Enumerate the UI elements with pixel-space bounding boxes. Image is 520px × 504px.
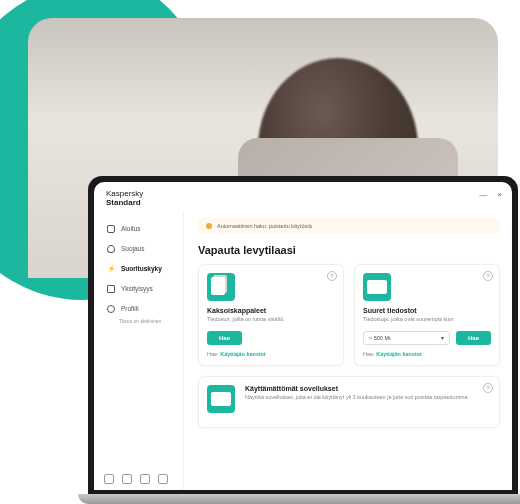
sidebar-item-suojaus[interactable]: Suojaus: [104, 240, 177, 258]
card-desc: Tiedostoja, jotka ovat suurempia kuin: [363, 316, 491, 323]
sidebar-item-label: Aloitus: [121, 225, 141, 232]
close-button[interactable]: ×: [497, 190, 502, 199]
help-icon[interactable]: ?: [483, 271, 493, 281]
card-large-files: ? Suuret tiedostot Tiedostoja, jotka ova…: [354, 264, 500, 366]
bottom-tray: [104, 466, 177, 484]
laptop-base: [78, 494, 520, 504]
window-controls: — ×: [479, 190, 502, 199]
page-title: Vapauta levytilaasi: [198, 244, 500, 256]
large-files-icon: [363, 273, 391, 301]
help-icon[interactable]: ?: [327, 271, 337, 281]
app-title: Kaspersky Standard: [106, 190, 143, 208]
tray-icon-2[interactable]: [122, 474, 132, 484]
body-area: Aloitus Suojaus Suorituskyky Yksityisyys…: [94, 212, 512, 490]
footer-prefix: Hae:: [363, 351, 375, 357]
sidebar-item-label: Suojaus: [121, 245, 145, 252]
app-window: Kaspersky Standard — × Aloitus Suojaus S…: [94, 182, 512, 490]
card-unused-apps: ? Käyttämättömät sovellukset Näyttää sov…: [198, 376, 500, 428]
card-desc: Näyttää sovellukset, joita et ole käyttä…: [245, 394, 491, 401]
select-value: > 500 Mt: [369, 335, 391, 341]
folder-link[interactable]: Käyttäjän kansiot: [220, 351, 266, 357]
gear-icon[interactable]: [140, 474, 150, 484]
card-desc: Tiedostot, joilla on sama sisältö.: [207, 316, 335, 323]
size-select[interactable]: > 500 Mt ▾: [363, 331, 450, 345]
unused-apps-icon: [207, 385, 235, 413]
cards-row: ? Kaksoiskappaleet Tiedostot, joilla on …: [198, 264, 500, 366]
card-title: Kaksoiskappaleet: [207, 307, 335, 314]
warning-icon: [206, 223, 212, 229]
titlebar: Kaspersky Standard — ×: [94, 182, 512, 212]
profile-status: Tilaus on aktiivinen: [119, 318, 177, 324]
headset-icon[interactable]: [158, 474, 168, 484]
main-content: Automaattinen haku: poistettu käytöstä V…: [184, 212, 512, 490]
sidebar-item-aloitus[interactable]: Aloitus: [104, 220, 177, 238]
home-icon: [106, 224, 116, 234]
card-duplicates: ? Kaksoiskappaleet Tiedostot, joilla on …: [198, 264, 344, 366]
card-title: Käyttämättömät sovellukset: [245, 385, 491, 392]
card-content: Käyttämättömät sovellukset Näyttää sovel…: [245, 385, 491, 409]
sidebar-item-label: Suorituskyky: [121, 265, 162, 272]
banner-text: Automaattinen haku: poistettu käytöstä: [217, 223, 312, 229]
shield-icon: [106, 244, 116, 254]
minimize-button[interactable]: —: [479, 190, 487, 199]
sidebar-item-profiili[interactable]: Profiili: [104, 300, 177, 318]
help-icon[interactable]: ?: [483, 383, 493, 393]
card-footer: Hae: Käyttäjän kansiot: [363, 351, 491, 357]
tray-icon-1[interactable]: [104, 474, 114, 484]
bolt-icon: [106, 264, 116, 274]
card-footer: Hae: Käyttäjän kansiot: [207, 351, 335, 357]
scan-button[interactable]: Hae: [207, 331, 242, 345]
sidebar-item-label: Profiili: [121, 305, 139, 312]
lock-icon: [106, 284, 116, 294]
scan-button[interactable]: Hae: [456, 331, 491, 345]
sidebar-item-yksityisyys[interactable]: Yksityisyys: [104, 280, 177, 298]
user-icon: [106, 304, 116, 314]
chevron-down-icon: ▾: [441, 335, 444, 341]
sidebar: Aloitus Suojaus Suorituskyky Yksityisyys…: [94, 212, 184, 490]
size-row: > 500 Mt ▾ Hae: [363, 331, 491, 345]
footer-prefix: Hae:: [207, 351, 219, 357]
folder-link[interactable]: Käyttäjän kansiot: [376, 351, 422, 357]
product-name: Standard: [106, 199, 143, 208]
card-title: Suuret tiedostot: [363, 307, 491, 314]
duplicates-icon: [207, 273, 235, 301]
sidebar-item-suorituskyky[interactable]: Suorituskyky: [104, 260, 177, 278]
info-banner: Automaattinen haku: poistettu käytöstä: [198, 218, 500, 234]
sidebar-item-label: Yksityisyys: [121, 285, 153, 292]
